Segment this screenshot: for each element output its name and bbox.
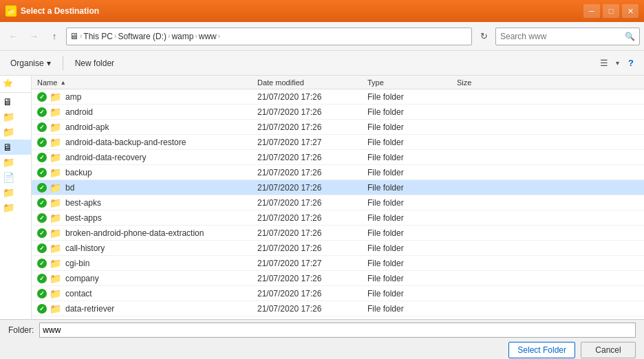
col-name-header[interactable]: Name ▲ <box>32 78 252 87</box>
sidebar-folder-icon-7: 📁 <box>3 187 14 198</box>
file-name: backup <box>65 168 92 177</box>
green-check-icon: ✓ <box>37 153 47 162</box>
address-bar: ← → ↑ 🖥 › This PC › Software (D:) › wamp… <box>0 22 644 51</box>
maximize-button[interactable]: □ <box>603 4 619 18</box>
file-name: bd <box>65 183 74 193</box>
file-type: File folder <box>362 228 451 238</box>
table-row[interactable]: ✓ 📁 cgi-bin 21/07/2020 17:27 File folder <box>32 256 644 271</box>
table-row[interactable]: ✓ 📁 call-history 21/07/2020 17:26 File f… <box>32 241 644 256</box>
file-type: File folder <box>362 304 451 314</box>
sidebar-item-8[interactable]: 📁 <box>0 200 31 215</box>
col-size-header[interactable]: Size <box>451 78 520 87</box>
sidebar-item-1[interactable]: 🖥 <box>0 94 31 109</box>
folder-icon: 📁 <box>50 258 61 269</box>
file-type: File folder <box>362 138 451 147</box>
green-check-icon: ✓ <box>37 228 47 238</box>
cancel-button[interactable]: Cancel <box>581 342 636 358</box>
file-name: android <box>65 107 93 117</box>
sidebar-item-2[interactable]: 📁 <box>0 109 31 124</box>
green-check-icon: ✓ <box>37 92 47 102</box>
folder-icon: 📁 <box>50 273 61 284</box>
sidebar-file-icon-6: 📄 <box>3 172 14 183</box>
table-row[interactable]: ✓ 📁 backup 21/07/2020 17:26 File folder <box>32 165 644 180</box>
sidebar-item-4[interactable]: 🖥 <box>0 140 31 155</box>
file-date: 21/07/2020 17:26 <box>252 183 362 193</box>
folder-icon: 📁 <box>50 243 61 254</box>
table-row[interactable]: ✓ 📁 data-retriever 21/07/2020 17:26 File… <box>32 301 644 316</box>
search-input[interactable] <box>500 32 625 41</box>
breadcrumb-software[interactable]: Software (D:) <box>118 32 167 41</box>
folder-icon: 📁 <box>50 228 61 239</box>
green-check-icon: ✓ <box>37 138 47 147</box>
sidebar-item-3[interactable]: 📁 <box>0 124 31 140</box>
toolbar: Organise ▾ New folder ☰ ▾ ? <box>0 51 644 76</box>
sidebar-item-6[interactable]: 📄 <box>0 170 31 185</box>
sidebar-item-5[interactable]: 📁 <box>0 155 31 170</box>
col-type-header[interactable]: Type <box>362 78 451 87</box>
file-name: data-retriever <box>65 304 114 314</box>
breadcrumb-www[interactable]: www <box>199 32 217 41</box>
file-type: File folder <box>362 274 451 283</box>
table-row[interactable]: ✓ 📁 de 21/07/2020 17:26 File folder <box>32 316 644 319</box>
table-row[interactable]: ✓ 📁 android-data-recovery 21/07/2020 17:… <box>32 150 644 165</box>
table-row[interactable]: ✓ 📁 best-apks 21/07/2020 17:26 File fold… <box>32 195 644 210</box>
folder-icon: 📁 <box>50 197 61 208</box>
table-row[interactable]: ✓ 📁 bd 21/07/2020 17:26 File folder <box>32 180 644 195</box>
search-box: 🔍 <box>495 28 640 45</box>
organise-label: Organise <box>10 58 44 68</box>
sidebar-folder-icon-1: 🖥 <box>3 96 12 107</box>
new-folder-button[interactable]: New folder <box>69 54 120 72</box>
table-row[interactable]: ✓ 📁 android-apk 21/07/2020 17:26 File fo… <box>32 120 644 135</box>
breadcrumb-wamp[interactable]: wamp <box>171 32 193 41</box>
minimize-button[interactable]: ─ <box>583 4 600 18</box>
file-type: File folder <box>362 153 451 162</box>
file-name: broken-android-phone-data-extraction <box>65 228 204 238</box>
file-type: File folder <box>362 122 451 132</box>
breadcrumb-icon: 🖥 <box>69 31 78 41</box>
select-folder-button[interactable]: Select Folder <box>508 342 575 358</box>
organise-button[interactable]: Organise ▾ <box>4 54 57 72</box>
breadcrumb-this-pc[interactable]: This PC <box>83 32 113 41</box>
green-check-icon: ✓ <box>37 198 47 208</box>
file-rows: ✓ 📁 amp 21/07/2020 17:26 File folder ✓ 📁… <box>32 89 644 319</box>
sidebar-item-7[interactable]: 📁 <box>0 185 31 200</box>
file-date: 21/07/2020 17:26 <box>252 213 362 223</box>
file-type: File folder <box>362 289 451 298</box>
folder-icon: 📁 <box>50 91 61 102</box>
help-button[interactable]: ? <box>622 54 640 72</box>
file-date: 21/07/2020 17:26 <box>252 289 362 298</box>
file-date: 21/07/2020 17:26 <box>252 198 362 208</box>
view-button[interactable]: ☰ <box>595 54 613 72</box>
table-row[interactable]: ✓ 📁 android-data-backup-and-restore 21/0… <box>32 135 644 150</box>
file-date: 21/07/2020 17:26 <box>252 228 362 238</box>
table-row[interactable]: ✓ 📁 contact 21/07/2020 17:26 File folder <box>32 286 644 301</box>
file-date: 21/07/2020 17:26 <box>252 304 362 314</box>
refresh-button[interactable]: ↻ <box>475 28 493 45</box>
table-row[interactable]: ✓ 📁 company 21/07/2020 17:26 File folder <box>32 271 644 286</box>
table-row[interactable]: ✓ 📁 best-apps 21/07/2020 17:26 File fold… <box>32 210 644 226</box>
table-row[interactable]: ✓ 📁 broken-android-phone-data-extraction… <box>32 226 644 241</box>
file-name: call-history <box>65 243 105 253</box>
green-check-icon: ✓ <box>37 168 47 177</box>
folder-input[interactable] <box>39 323 636 338</box>
file-name: company <box>65 274 99 283</box>
title-bar-icon: 📁 <box>6 6 17 17</box>
sidebar-folder-icon-8: 📁 <box>3 202 14 213</box>
folder-icon: 📁 <box>50 182 61 193</box>
close-button[interactable]: ✕ <box>622 4 638 18</box>
folder-icon: 📁 <box>50 303 61 314</box>
sidebar-item-star[interactable]: ⭐ <box>0 76 31 91</box>
green-check-icon: ✓ <box>37 274 47 283</box>
file-name: android-apk <box>65 122 109 132</box>
green-check-icon: ✓ <box>37 213 47 223</box>
forward-button[interactable]: → <box>25 28 43 45</box>
back-button[interactable]: ← <box>4 28 22 45</box>
table-row[interactable]: ✓ 📁 android 21/07/2020 17:26 File folder <box>32 105 644 120</box>
up-button[interactable]: ↑ <box>45 28 63 45</box>
file-name: android-data-recovery <box>65 153 146 162</box>
view-dropdown-icon[interactable]: ▾ <box>616 59 619 67</box>
table-row[interactable]: ✓ 📁 amp 21/07/2020 17:26 File folder <box>32 89 644 105</box>
new-folder-label: New folder <box>75 58 114 68</box>
file-list-header: Name ▲ Date modified Type Size <box>32 76 644 89</box>
col-date-header[interactable]: Date modified <box>252 78 362 87</box>
